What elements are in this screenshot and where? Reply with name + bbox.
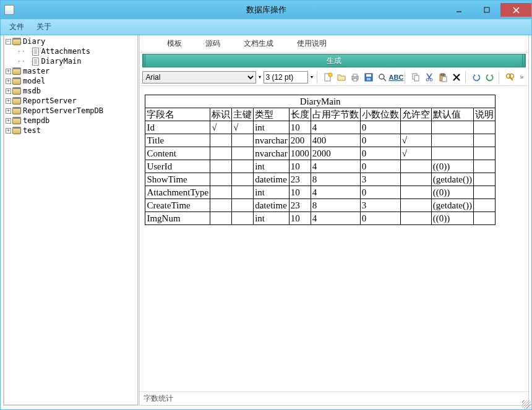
cell: 3 [360, 173, 400, 186]
expand-icon[interactable]: + [6, 118, 11, 124]
table-row: ShowTimedatetime2383(getdate()) [145, 173, 496, 186]
cell: Content [145, 147, 210, 160]
maximize-button[interactable] [473, 3, 500, 17]
cell [400, 186, 431, 199]
cell [232, 199, 254, 212]
cell: ((0)) [431, 212, 473, 225]
expand-icon[interactable]: + [6, 98, 11, 104]
tree-node-label: test [23, 126, 41, 135]
cell [473, 121, 495, 134]
cell: AttachmentType [145, 186, 210, 199]
delete-icon[interactable] [450, 71, 463, 83]
expand-icon[interactable]: + [6, 69, 11, 74]
tree-node[interactable]: +msdb [6, 86, 136, 96]
zoom-icon[interactable] [376, 71, 388, 83]
database-icon [12, 77, 21, 85]
tree-node[interactable]: +ReportServerTempDB [6, 106, 136, 116]
close-button[interactable] [500, 3, 531, 17]
tab-docgen[interactable]: 文档生成 [235, 35, 282, 53]
svg-point-19 [430, 79, 432, 81]
tree-node[interactable]: −Diary [6, 36, 136, 46]
cell: int [254, 160, 289, 173]
cell [473, 212, 495, 225]
find-icon[interactable] [504, 71, 516, 83]
svg-line-13 [384, 79, 386, 81]
cell: (getdate()) [431, 199, 473, 212]
cell [431, 121, 473, 134]
font-size-dropdown-icon[interactable]: ▾ [309, 74, 314, 80]
collapse-icon[interactable]: − [6, 39, 11, 45]
tree-node[interactable]: +model [6, 76, 136, 86]
tree-node[interactable]: +test [6, 126, 136, 135]
resize-grip-icon[interactable] [522, 400, 531, 409]
paste-icon[interactable] [437, 71, 449, 83]
toolbar-overflow-icon[interactable]: » [517, 74, 526, 80]
cell: ShowTime [145, 173, 210, 186]
spellcheck-icon[interactable]: ABC [390, 71, 402, 83]
tree-node[interactable]: ··Attachments [6, 46, 136, 56]
expand-icon[interactable]: + [6, 79, 11, 84]
cell: 0 [360, 121, 400, 134]
cell: 10 [289, 212, 311, 225]
tree-node[interactable]: +ReportServer [6, 96, 136, 106]
svg-rect-11 [367, 78, 371, 80]
cell [232, 186, 254, 199]
cut-icon[interactable] [423, 71, 435, 83]
svg-rect-21 [441, 74, 444, 75]
minimize-button[interactable] [445, 3, 473, 17]
tree-node-label: master [23, 67, 49, 75]
expand-icon[interactable]: + [6, 88, 11, 94]
cell: √ [232, 121, 254, 134]
cell [210, 147, 232, 160]
cell: ((0)) [431, 160, 473, 173]
redo-icon[interactable] [484, 71, 496, 83]
cell [210, 199, 232, 212]
column-header: 标识 [210, 108, 232, 121]
open-icon[interactable] [335, 71, 348, 83]
cell: 8 [311, 173, 360, 186]
table-row: UserIdint1040((0)) [145, 160, 496, 173]
expand-icon[interactable]: + [6, 108, 11, 114]
cell: 1000 [289, 147, 311, 160]
font-select[interactable]: Arial [142, 71, 256, 83]
column-header: 占用字节数 [311, 108, 360, 121]
cell: CreateTime [145, 199, 210, 212]
tree-node-label: Diary [23, 37, 45, 46]
generate-button[interactable]: 生成 [142, 54, 526, 67]
svg-rect-22 [442, 77, 447, 82]
cell: 0 [360, 212, 400, 225]
tab-usage[interactable]: 使用说明 [288, 35, 335, 53]
table-row: Contentnvarchar100020000√ [145, 147, 496, 160]
tree-node[interactable]: ··DiaryMain [6, 56, 136, 66]
table-icon [32, 48, 39, 56]
font-select-dropdown-icon[interactable]: ▾ [257, 74, 262, 80]
menu-about[interactable]: 关于 [30, 19, 58, 35]
print-icon[interactable] [349, 71, 361, 83]
schema-table: DiaryMain 字段名标识主键类型长度占用字节数小数位数允许空默认值说明 I… [145, 95, 496, 225]
cell [400, 212, 431, 225]
expand-icon[interactable]: + [6, 128, 11, 134]
menu-file[interactable]: 文件 [3, 19, 30, 35]
cell: datetime [254, 173, 289, 186]
svg-point-12 [379, 74, 384, 79]
tree-node[interactable]: +master [6, 66, 136, 76]
undo-icon[interactable] [470, 71, 483, 83]
copy-icon[interactable] [410, 71, 422, 83]
database-icon [12, 38, 21, 45]
document-area[interactable]: DiaryMain 字段名标识主键类型长度占用字节数小数位数允许空默认值说明 I… [140, 86, 528, 391]
font-size-select[interactable]: 3 (12 pt) [264, 71, 308, 83]
new-doc-icon[interactable] [322, 71, 334, 83]
tree-node-label: ReportServerTempDB [23, 106, 103, 115]
cell: 400 [311, 134, 360, 147]
tree-node[interactable]: +tempdb [6, 116, 136, 126]
svg-rect-1 [484, 7, 489, 12]
tab-strip: 模板 源码 文档生成 使用说明 [140, 35, 528, 53]
database-tree[interactable]: −Diary··Attachments··DiaryMain+master+mo… [3, 35, 139, 406]
tab-template[interactable]: 模板 [158, 35, 191, 53]
cell [473, 160, 495, 173]
save-icon[interactable] [363, 71, 375, 83]
tab-source[interactable]: 源码 [197, 35, 229, 53]
cell: 3 [360, 199, 400, 212]
table-icon [32, 58, 39, 66]
svg-point-27 [510, 74, 514, 78]
